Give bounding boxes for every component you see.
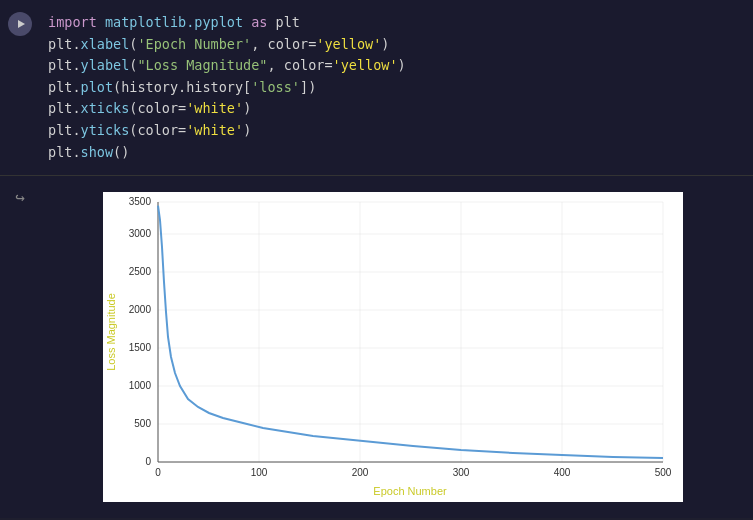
y-tick-3500: 3500 — [128, 196, 151, 207]
y-tick-3000: 3000 — [128, 228, 151, 239]
code-token: ) — [243, 122, 251, 138]
x-tick-300: 300 — [452, 467, 469, 478]
code-token: 'Epoch Number' — [137, 36, 251, 52]
code-token: . — [72, 100, 80, 116]
output-icon-area: ↪ — [0, 184, 40, 207]
y-tick-0: 0 — [145, 456, 151, 467]
code-line: plt.show() — [48, 142, 745, 164]
code-token: 'yellow' — [316, 36, 381, 52]
code-token: "Loss Magnitude" — [137, 57, 267, 73]
code-token: ) — [398, 57, 406, 73]
code-cell: import matplotlib.pyplot as pltplt.xlabe… — [0, 0, 753, 176]
code-editor: import matplotlib.pyplot as pltplt.xlabe… — [40, 8, 753, 167]
code-token: . — [72, 122, 80, 138]
code-token: xlabel — [81, 36, 130, 52]
svg-marker-0 — [18, 20, 25, 28]
x-tick-0: 0 — [155, 467, 161, 478]
code-token: , color= — [251, 36, 316, 52]
x-tick-200: 200 — [351, 467, 368, 478]
chart-container: 0 500 1000 1500 2000 2500 3000 3500 0 10… — [40, 184, 753, 510]
code-line: plt.ylabel("Loss Magnitude", color='yell… — [48, 55, 745, 77]
x-tick-500: 500 — [654, 467, 671, 478]
code-token: (color= — [129, 100, 186, 116]
code-token: matplotlib.pyplot — [105, 14, 243, 30]
code-token: 'loss' — [251, 79, 300, 95]
code-token: 'yellow' — [333, 57, 398, 73]
code-token: (color= — [129, 122, 186, 138]
code-token: ) — [243, 100, 251, 116]
code-token: 'white' — [186, 122, 243, 138]
run-button-area — [0, 8, 40, 36]
code-token: ] — [300, 79, 308, 95]
code-line: plt.plot(history.history['loss']) — [48, 77, 745, 99]
code-token: ) — [308, 79, 316, 95]
y-tick-1500: 1500 — [128, 342, 151, 353]
code-line: plt.xticks(color='white') — [48, 98, 745, 120]
code-token: ylabel — [81, 57, 130, 73]
code-token: plot — [81, 79, 114, 95]
x-tick-400: 400 — [553, 467, 570, 478]
code-token: . — [72, 36, 80, 52]
y-tick-2500: 2500 — [128, 266, 151, 277]
code-token: plt — [48, 100, 72, 116]
code-token: plt — [48, 57, 72, 73]
code-line: import matplotlib.pyplot as plt — [48, 12, 745, 34]
code-token: (history.history — [113, 79, 243, 95]
code-line: plt.xlabel('Epoch Number', color='yellow… — [48, 34, 745, 56]
y-tick-500: 500 — [134, 418, 151, 429]
run-button[interactable] — [8, 12, 32, 36]
code-token: yticks — [81, 122, 130, 138]
code-token: plt — [48, 36, 72, 52]
x-axis-label: Epoch Number — [373, 485, 447, 497]
code-token: ) — [381, 36, 389, 52]
code-token: as — [243, 14, 276, 30]
code-token: show — [81, 144, 114, 160]
code-token: plt — [276, 14, 300, 30]
output-area: ↪ — [0, 176, 753, 518]
code-token: . — [72, 57, 80, 73]
output-icon: ↪ — [15, 188, 25, 207]
code-token: plt — [48, 122, 72, 138]
code-line: plt.yticks(color='white') — [48, 120, 745, 142]
code-token: , color= — [268, 57, 333, 73]
y-tick-2000: 2000 — [128, 304, 151, 315]
code-token: plt — [48, 144, 72, 160]
y-axis-label: Loss Magnitude — [105, 293, 117, 371]
y-tick-1000: 1000 — [128, 380, 151, 391]
code-token: [ — [243, 79, 251, 95]
code-token: () — [113, 144, 129, 160]
code-token: import — [48, 14, 105, 30]
code-token: plt — [48, 79, 72, 95]
code-token: 'white' — [186, 100, 243, 116]
code-token: xticks — [81, 100, 130, 116]
loss-chart: 0 500 1000 1500 2000 2500 3000 3500 0 10… — [103, 192, 683, 502]
x-tick-100: 100 — [250, 467, 267, 478]
code-token: . — [72, 144, 80, 160]
code-token: . — [72, 79, 80, 95]
